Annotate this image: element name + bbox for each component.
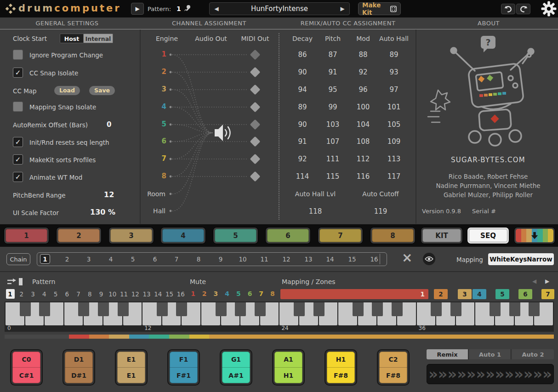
cc-number[interactable]: 97 — [389, 85, 398, 94]
cc-snap-isolate-checkbox[interactable] — [13, 68, 23, 78]
chain-step-3[interactable]: 3 — [87, 256, 91, 263]
engine-number-8[interactable]: 8 — [154, 172, 166, 180]
pattern-step-14[interactable]: 14 — [154, 290, 162, 298]
autoremix-offset-value[interactable]: 0 — [107, 120, 111, 129]
engine-number-1[interactable]: 1 — [154, 50, 166, 58]
zone-5[interactable]: 5 — [495, 289, 509, 299]
seq-view-button[interactable]: SEQ — [467, 227, 509, 244]
pattern-step-1[interactable]: 1 — [6, 289, 15, 299]
remix-progress-bar[interactable]: »»»»»»»»»»»»» — [427, 364, 554, 384]
black-key[interactable] — [78, 302, 89, 316]
midi-out-diamond-1[interactable] — [250, 50, 261, 60]
chain-step-1[interactable]: 1 — [40, 254, 50, 264]
cc-number[interactable]: 91 — [328, 68, 337, 76]
cc-number[interactable]: 92 — [359, 68, 367, 76]
pattern-step-15[interactable]: 15 — [165, 290, 173, 298]
pattern-step-10[interactable]: 10 — [108, 290, 116, 298]
cc-number[interactable]: 95 — [328, 85, 337, 94]
black-key[interactable] — [450, 302, 461, 316]
zone-6[interactable]: 6 — [518, 289, 532, 299]
mute-channel-5[interactable]: 5 — [236, 290, 241, 297]
makekit-sorts-checkbox[interactable] — [13, 154, 23, 165]
cc-map-load-button[interactable]: Load — [54, 86, 80, 95]
engine-pad-1[interactable]: 1 — [4, 227, 49, 244]
pattern-step-4[interactable]: 4 — [42, 290, 46, 298]
mute-channel-6[interactable]: 6 — [248, 290, 252, 297]
note-pad-5[interactable]: G1A#1 — [220, 349, 252, 386]
pattern-step-7[interactable]: 7 — [76, 290, 80, 298]
black-key[interactable] — [255, 302, 266, 316]
engine-pad-7[interactable]: 7 — [318, 227, 363, 244]
engine-number-3[interactable]: 3 — [154, 85, 166, 93]
pattern-step-13[interactable]: 13 — [142, 290, 150, 298]
preset-prev-icon[interactable]: ◀ — [210, 6, 223, 12]
black-key[interactable] — [235, 302, 246, 316]
black-key[interactable] — [294, 302, 305, 316]
chain-step-2[interactable]: 2 — [65, 256, 69, 263]
chain-step-9[interactable]: 9 — [219, 256, 223, 263]
cc-number[interactable]: 104 — [357, 120, 370, 129]
mode-auto1-button[interactable]: Auto 1 — [469, 349, 511, 359]
engine-number-6[interactable]: 6 — [154, 137, 166, 145]
clock-start-internal-button[interactable]: Internal — [84, 34, 113, 43]
cc-number[interactable]: 117 — [387, 172, 401, 181]
note-pad-2[interactable]: D1D#1 — [63, 349, 95, 386]
redo-button[interactable] — [516, 4, 530, 14]
black-key[interactable] — [98, 302, 109, 316]
black-key[interactable] — [313, 302, 325, 316]
zone-3[interactable]: 3 — [458, 289, 472, 299]
mute-channel-4[interactable]: 4 — [225, 290, 229, 297]
chain-step-6[interactable]: 6 — [153, 256, 157, 263]
pattern-step-9[interactable]: 9 — [99, 290, 103, 298]
pattern-step-16[interactable]: 16 — [177, 290, 185, 298]
cc-number[interactable]: 88 — [359, 51, 367, 59]
clock-start-host-button[interactable]: Host — [60, 34, 84, 43]
midi-out-diamond-3[interactable] — [250, 85, 261, 95]
chain-step-13[interactable]: 13 — [304, 256, 312, 263]
cc-number[interactable]: 109 — [387, 137, 401, 146]
mode-remix-button[interactable]: Remix — [427, 349, 468, 359]
black-key[interactable] — [20, 302, 31, 316]
chain-step-4[interactable]: 4 — [109, 256, 113, 263]
mute-channel-1[interactable]: 1 — [191, 290, 195, 297]
engine-pad-4[interactable]: 4 — [160, 227, 206, 244]
black-key[interactable] — [392, 302, 403, 316]
play-button[interactable]: ▶ — [131, 3, 144, 15]
undo-button[interactable] — [501, 4, 515, 14]
cc-number[interactable]: 112 — [357, 155, 370, 163]
note-pad-8[interactable]: C2F#8 — [377, 349, 410, 386]
cc-number[interactable]: 114 — [296, 172, 309, 181]
pattern-step-3[interactable]: 3 — [31, 290, 35, 298]
cc-number[interactable]: 90 — [298, 120, 307, 129]
pattern-step-11[interactable]: 11 — [120, 290, 128, 298]
chain-step-8[interactable]: 8 — [197, 256, 201, 263]
engine-pad-3[interactable]: 3 — [108, 227, 154, 244]
chain-step-11[interactable]: 11 — [260, 256, 268, 263]
zone-7[interactable]: 7 — [541, 289, 554, 299]
chain-step-14[interactable]: 14 — [326, 256, 334, 263]
pattern-number-value[interactable]: 1 — [177, 5, 181, 12]
kit-view-button[interactable]: KIT — [421, 227, 463, 244]
black-key[interactable] — [529, 302, 540, 316]
note-pad-6[interactable]: A1H1 — [272, 349, 305, 386]
midi-out-diamond-5[interactable] — [250, 119, 261, 130]
pattern-step-5[interactable]: 5 — [54, 290, 58, 298]
pattern-step-12[interactable]: 12 — [131, 290, 139, 298]
collapse-panel-button[interactable] — [514, 227, 555, 244]
black-key[interactable] — [509, 302, 520, 316]
cc-map-save-button[interactable]: Save — [89, 86, 115, 95]
chain-step-16[interactable]: 16 — [370, 256, 378, 263]
note-pad-4[interactable]: F1F#1 — [167, 349, 200, 386]
pattern-step-6[interactable]: 6 — [65, 290, 69, 298]
mute-channel-3[interactable]: 3 — [214, 290, 218, 297]
settings-gear-icon[interactable] — [541, 1, 557, 17]
cc-number[interactable]: 94 — [298, 85, 307, 94]
cc-number[interactable]: 107 — [326, 137, 340, 146]
chain-step-12[interactable]: 12 — [282, 256, 290, 263]
cc-number[interactable]: 90 — [298, 68, 307, 76]
cc-number[interactable]: 87 — [328, 51, 337, 59]
cc-number[interactable]: 93 — [389, 68, 398, 76]
engine-pad-5[interactable]: 5 — [213, 227, 258, 244]
zone-4[interactable]: 4 — [473, 289, 486, 299]
cc-number[interactable]: 100 — [357, 103, 370, 111]
